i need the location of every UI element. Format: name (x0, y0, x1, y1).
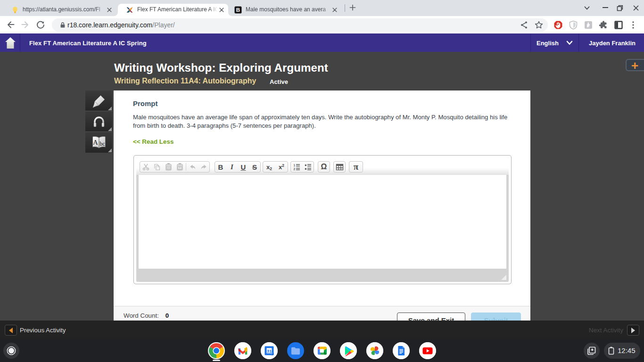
svg-text:31: 31 (267, 348, 272, 354)
svg-text:A: A (93, 139, 98, 146)
svg-text:1: 1 (293, 164, 295, 167)
svg-text:2: 2 (293, 167, 295, 171)
svg-text:B: B (236, 7, 240, 13)
svg-text:bc: bc (99, 140, 105, 147)
